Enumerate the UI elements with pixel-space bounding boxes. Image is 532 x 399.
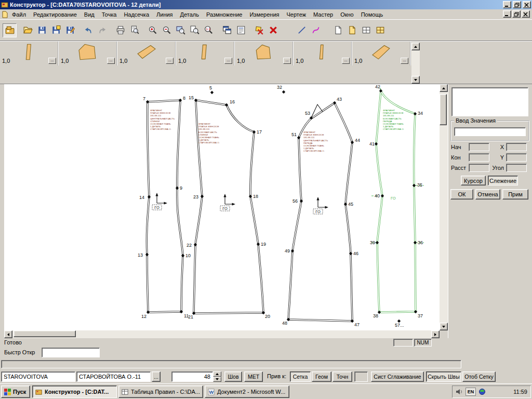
details-list-button[interactable] (234, 23, 248, 37)
delete-all-button[interactable] (266, 23, 280, 37)
point-23[interactable] (201, 195, 204, 198)
point-9[interactable] (176, 187, 179, 190)
scroll-track[interactable] (440, 92, 448, 323)
quick-open-input[interactable] (42, 348, 100, 357)
point-49[interactable] (291, 249, 294, 252)
tracking-button[interactable]: Слежение (488, 176, 518, 185)
show-grid-button[interactable]: Отоб Сетку (462, 371, 496, 382)
grid-button[interactable] (359, 23, 373, 37)
size-field[interactable]: 48 (171, 371, 213, 382)
model-browse-button[interactable]: ... (152, 371, 161, 382)
open-button[interactable] (21, 23, 35, 37)
scroll-left-button[interactable] (4, 330, 12, 338)
menu-item-9[interactable]: Измерения (246, 10, 283, 19)
volume-icon[interactable] (456, 388, 463, 395)
point-39[interactable] (376, 241, 379, 244)
redo-button[interactable] (95, 23, 109, 37)
point-35[interactable] (413, 184, 416, 187)
save-as-button[interactable] (63, 23, 77, 37)
point-12[interactable] (147, 311, 150, 314)
menu-item-12[interactable]: Окно (337, 10, 357, 19)
model-name-field[interactable]: СТАРОВОЙТОВА О.-11 (76, 371, 151, 382)
snap-precise-button[interactable]: Точн (332, 371, 352, 382)
x-field[interactable] (506, 143, 527, 151)
point-5[interactable] (210, 91, 214, 94)
canvas-vscrollbar[interactable] (440, 84, 448, 330)
cancel-button[interactable]: Отмена (475, 189, 500, 200)
menu-item-4[interactable]: Точка (98, 10, 121, 19)
angle-field[interactable] (506, 164, 527, 172)
pattern-cell-4[interactable]: 1,0... (176, 42, 235, 65)
pattern-cell-6[interactable]: 1,0... (294, 42, 352, 65)
menu-item-3[interactable]: Вид (81, 10, 98, 19)
point-18[interactable] (249, 195, 252, 198)
save-button[interactable] (35, 23, 49, 37)
y-field[interactable] (506, 153, 527, 162)
point-10[interactable] (181, 254, 184, 257)
zoom-1-1-button[interactable]: 1:1 (202, 23, 216, 37)
cell-options-button[interactable]: ... (224, 58, 232, 64)
menu-item-8[interactable]: Размножение (203, 10, 246, 19)
spin-down-button[interactable] (213, 377, 221, 382)
line-tool-button[interactable] (295, 23, 309, 37)
met-button[interactable]: МЕТ (244, 371, 263, 382)
menu-item-11[interactable]: Мастер (310, 10, 337, 19)
close-button[interactable] (523, 1, 531, 8)
windows-cascade-button[interactable] (220, 23, 234, 37)
new-sheet-button[interactable] (331, 23, 345, 37)
pattern-cell-3[interactable]: 1,0... (117, 42, 176, 65)
print-preview-button[interactable] (127, 23, 141, 37)
grid-yellow-button[interactable] (373, 23, 387, 37)
mdi-close-button[interactable] (522, 10, 530, 18)
menu-item-7[interactable]: Деталь (177, 10, 203, 19)
ok-button[interactable]: ОК (450, 189, 473, 200)
cell-options-button[interactable]: ... (342, 58, 350, 64)
scroll-thumb[interactable] (440, 94, 447, 125)
pattern-canvas[interactable]: 7891413101211ФРАГМЕНТПЛАТЬЕ ЖЕНСКОЕ181-8… (4, 84, 440, 330)
scroll-down-button[interactable] (440, 323, 448, 330)
pattern-cell-7[interactable]: 1,0... (352, 42, 411, 65)
restore-button[interactable] (513, 1, 521, 8)
point-11[interactable] (180, 310, 183, 313)
mdi-restore-button[interactable] (512, 10, 521, 18)
cell-options-button[interactable]: ... (166, 58, 174, 64)
snap-geom-button[interactable]: Геом (312, 371, 331, 382)
cell-options-button[interactable]: ... (283, 58, 291, 64)
point-14[interactable] (148, 195, 151, 198)
scroll-thumb[interactable] (14, 330, 76, 337)
pattern-cell-5[interactable]: 1,0... (235, 42, 294, 65)
point-37[interactable] (414, 310, 417, 313)
hide-seams-button[interactable]: Скрыть Швы (426, 371, 461, 382)
coords-listbox[interactable] (451, 87, 528, 116)
seam-button[interactable]: Шов (224, 371, 242, 382)
point-22[interactable] (194, 243, 197, 246)
undo-button[interactable] (81, 23, 95, 37)
scroll-track[interactable] (12, 330, 431, 338)
piece-side-front[interactable]: 42344135403936383757...ФРАГМЕНТПЛАТЬЕ ЖЕ… (369, 84, 424, 328)
spin-up-button[interactable] (213, 371, 221, 377)
cell-options-button[interactable]: ... (48, 58, 56, 64)
mdi-minimize-button[interactable] (503, 10, 511, 18)
point-40[interactable] (381, 194, 384, 197)
pattern-cell-1[interactable]: 1,0... (0, 42, 59, 65)
scroll-right-button[interactable] (431, 330, 440, 338)
point-13[interactable] (145, 253, 149, 256)
point-47[interactable] (351, 320, 354, 323)
point-32[interactable] (282, 90, 285, 94)
point-8[interactable] (179, 99, 182, 102)
end-field[interactable] (469, 153, 489, 162)
menu-item-6[interactable]: Линия (153, 10, 177, 19)
menu-item-5[interactable]: Надсечка (120, 10, 153, 19)
pattern-cell-2[interactable]: 1,0... (59, 42, 117, 65)
language-indicator[interactable]: EN (466, 388, 476, 396)
smoothing-button[interactable]: Сист Сглаживание (371, 371, 424, 382)
apply-button[interactable]: Прим (502, 189, 528, 200)
piece-center-front[interactable]: 53435144564549464847ФРАГМЕНТПЛАТЬЕ ЖЕНСК… (282, 97, 360, 327)
start-field[interactable] (469, 143, 489, 151)
piece-center-back[interactable]: 7891413101211ФРАГМЕНТПЛАТЬЕ ЖЕНСКОЕ181-8… (138, 96, 191, 319)
start-button[interactable]: Пуск (1, 385, 30, 398)
curve-tool-button[interactable] (309, 23, 323, 37)
piece-side-back[interactable]: 151617182322192120ФРАГМЕНТПЛАТЬЕ ЖЕНСКОЕ… (187, 95, 270, 320)
tray-app-icon[interactable] (478, 388, 486, 395)
point-41[interactable] (375, 142, 378, 145)
